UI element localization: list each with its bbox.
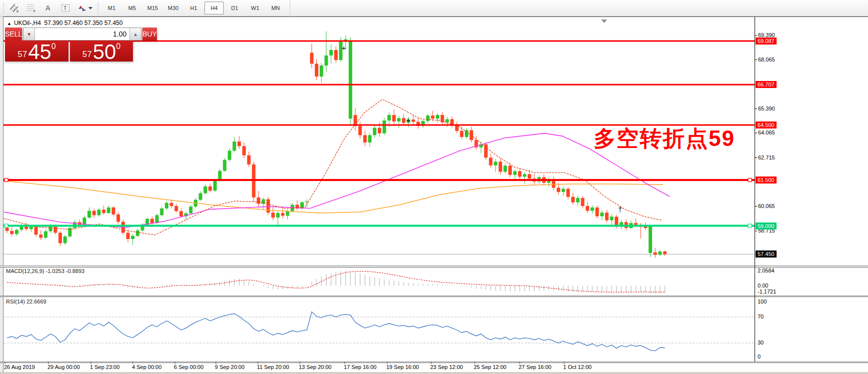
- candle-body: [557, 188, 560, 192]
- candle-body: [315, 64, 318, 76]
- candle-body: [605, 212, 609, 220]
- price-axis-label: 65.390: [758, 106, 775, 112]
- candle-body: [286, 211, 289, 216]
- time-axis-label: 17 Sep 16:00: [344, 364, 376, 370]
- time-axis-label: 6 Sep 00:00: [174, 364, 203, 370]
- time-axis-label: 29 Aug 00:00: [47, 364, 80, 370]
- candle-body: [199, 193, 202, 200]
- candle-body: [10, 231, 13, 234]
- volume-spinner: ▼ ▲: [23, 28, 141, 40]
- candle-body: [329, 50, 333, 56]
- macd-indicator-label: MACD(12,26,9) -1.0253 -0.8893: [6, 268, 84, 274]
- candle-body: [44, 232, 47, 238]
- candle-body: [649, 226, 652, 252]
- candle-body: [644, 226, 647, 228]
- candle-body: [397, 118, 401, 122]
- level-line-handle[interactable]: [748, 224, 752, 228]
- candle-body: [276, 213, 280, 218]
- buy-button[interactable]: BUY: [142, 28, 157, 40]
- candle-body: [576, 198, 580, 202]
- chart-annotation-text[interactable]: 多空转折点59: [594, 124, 735, 154]
- candle-body: [324, 56, 328, 66]
- volume-decrease-button[interactable]: ▼: [23, 28, 35, 40]
- candle-body: [160, 208, 163, 216]
- moving-average-orange: [4, 181, 663, 213]
- candle-body: [373, 128, 376, 136]
- price-axis-label: 60.065: [758, 203, 775, 209]
- candle-body: [174, 206, 178, 211]
- indicator-axis-label: 30: [758, 340, 764, 346]
- candle-body: [566, 189, 570, 197]
- candle-body: [562, 189, 565, 192]
- time-axis-label: 13 Sep 20:00: [299, 364, 331, 370]
- candle-body: [518, 171, 522, 176]
- time-axis-label: 19 Sep 16:00: [386, 364, 419, 370]
- chart-object-marker[interactable]: †: [618, 205, 622, 214]
- level-line-handle[interactable]: [4, 224, 8, 228]
- candle-body: [426, 116, 430, 121]
- candle-body: [107, 208, 110, 213]
- time-axis-label: 23 Sep 12:00: [430, 364, 463, 370]
- indicator-axis-label: 2.0584: [758, 268, 775, 274]
- indicator-axis-label: 0: [758, 354, 761, 360]
- indicator-axis-label: 100: [758, 298, 767, 304]
- candle-body: [102, 210, 105, 213]
- candle-body: [615, 216, 618, 226]
- candle-body: [387, 115, 391, 120]
- candle-body: [228, 150, 231, 160]
- indicator-axis-label: 70: [758, 314, 764, 320]
- level-line-handle[interactable]: [4, 178, 8, 182]
- candle-body: [203, 186, 207, 194]
- candle-body: [165, 203, 168, 208]
- candle-body: [58, 233, 62, 244]
- candle-body: [242, 146, 246, 155]
- sell-button[interactable]: SELL: [5, 28, 22, 40]
- symbol-label: UKOil-,H4: [14, 20, 41, 26]
- candle-body: [508, 166, 512, 174]
- candle-body: [571, 197, 575, 202]
- candle-body: [600, 212, 604, 216]
- candle-body: [412, 120, 415, 122]
- candle-body: [392, 115, 396, 122]
- level-line-handle[interactable]: [748, 178, 752, 182]
- ohlc-values: 57.390 57.460 57.350 57.450: [44, 20, 123, 26]
- candle-body: [34, 226, 38, 234]
- time-axis-label: 1 Oct 12:00: [563, 364, 592, 370]
- candle-body: [358, 126, 362, 135]
- price-level-badge: 59.000: [756, 222, 777, 230]
- candle-body: [334, 50, 338, 60]
- candle-body: [189, 206, 192, 214]
- candle-body: [460, 131, 463, 137]
- price-axis-label: 62.715: [758, 154, 775, 160]
- chart-object-marker[interactable]: +: [406, 116, 411, 124]
- candle-body: [528, 174, 531, 178]
- price-level-badge: 64.500: [756, 122, 777, 128]
- price-level-badge: 57.450: [756, 250, 777, 258]
- candle-body: [213, 181, 217, 190]
- candle-body: [504, 166, 507, 172]
- moving-average-red: [4, 100, 662, 235]
- candle-body: [150, 219, 154, 223]
- volume-input[interactable]: [35, 28, 129, 40]
- candle-body: [663, 252, 667, 254]
- candle-body: [368, 135, 372, 142]
- candle-body: [237, 142, 241, 146]
- volume-increase-button[interactable]: ▲: [129, 28, 141, 40]
- chart-object-marker[interactable]: +: [342, 44, 346, 52]
- candle-body: [320, 66, 323, 76]
- candle-body: [223, 160, 226, 171]
- candle-body: [5, 228, 9, 231]
- candle-body: [39, 234, 42, 238]
- candle-body: [97, 210, 100, 215]
- candle-body: [111, 208, 115, 214]
- price-level-badge: 69.087: [756, 38, 777, 44]
- sell-price-tile[interactable]: 57450: [5, 40, 68, 62]
- candle-body: [87, 211, 91, 218]
- candle-body: [126, 233, 130, 239]
- buy-price-tile[interactable]: 57500: [70, 40, 133, 62]
- expand-icon[interactable]: ▲: [7, 21, 11, 26]
- candle-body: [257, 198, 260, 204]
- time-axis-label: 4 Sep 00:00: [132, 364, 161, 370]
- candle-body: [494, 162, 497, 165]
- candle-body: [634, 223, 638, 225]
